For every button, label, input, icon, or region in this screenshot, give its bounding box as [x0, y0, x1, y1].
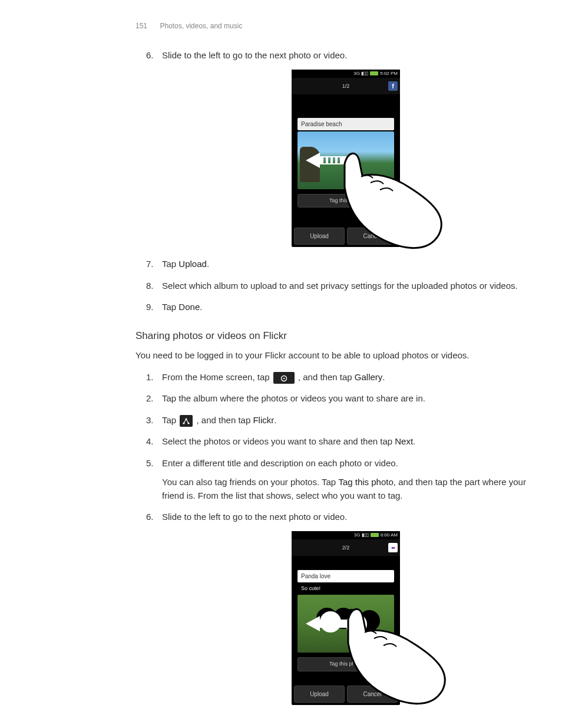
section-heading: Sharing photos or videos on Flickr — [135, 328, 530, 344]
figure-1: 3G ▮▯▯5:02 PM 1/2 f Paradise beach Tag t… — [162, 70, 530, 248]
swipe-arrow-icon — [306, 616, 347, 631]
step-2b: 2. Tap the album where the photos or vid… — [135, 392, 530, 406]
steps-flickr: 1. From the Home screen, tap , and then … — [135, 371, 530, 705]
step-5b-sub: You can also tag friends on your photos.… — [162, 476, 530, 502]
status-bar: 3G ▮▯▯8:00 AM — [292, 531, 400, 539]
step-7a: 7. Tap Upload. — [135, 258, 530, 271]
caption-input[interactable]: Panda love — [297, 570, 394, 582]
title-bar: 2/2 — [292, 539, 400, 556]
caption-input[interactable]: Paradise beach — [297, 118, 394, 130]
facebook-icon: f — [388, 81, 398, 91]
cancel-button[interactable]: Cancel — [347, 686, 398, 703]
flickr-icon — [388, 543, 398, 552]
page-header: 151 Photos, videos, and music — [32, 21, 530, 31]
step-9a: 9. Tap Done. — [135, 301, 530, 314]
step-3b: 3. Tap , and then tap Flickr. — [135, 414, 530, 427]
description-input[interactable]: So cute! — [297, 584, 394, 594]
steps-continue: 6. Slide to the left to go to the next p… — [135, 49, 530, 314]
step-6b: 6. Slide to the left to go to the next p… — [135, 510, 530, 705]
step-4b: 4. Select the photos or videos you want … — [135, 435, 530, 449]
title-bar: 1/2 f — [292, 78, 400, 94]
upload-button[interactable]: Upload — [294, 686, 345, 703]
step-1b: 1. From the Home screen, tap , and then … — [135, 371, 530, 384]
apps-launcher-icon — [273, 372, 295, 384]
chapter-title: Photos, videos, and music — [160, 22, 242, 30]
step-5b: 5. Enter a different title and descripti… — [135, 457, 530, 503]
upload-button[interactable]: Upload — [294, 228, 345, 245]
section-intro: You need to be logged in to your Flickr … — [135, 349, 530, 363]
svg-point-1 — [283, 377, 285, 378]
page-number: 151 — [135, 22, 147, 30]
share-icon — [180, 415, 193, 427]
cancel-button[interactable]: Cancel — [347, 228, 398, 245]
swipe-arrow-icon — [306, 153, 347, 168]
tag-photo-button[interactable]: Tag this photo — [297, 194, 394, 208]
step-6a: 6. Slide to the left to go to the next p… — [135, 49, 530, 247]
tag-photo-button[interactable]: Tag this photo — [297, 657, 394, 671]
phone-mockup-flickr: 3G ▮▯▯8:00 AM 2/2 Panda love So cute! Ta… — [292, 531, 400, 705]
step-8a: 8. Select which album to upload to and s… — [135, 279, 530, 293]
photo-preview[interactable] — [297, 595, 394, 653]
figure-2: 3G ▮▯▯8:00 AM 2/2 Panda love So cute! Ta… — [162, 531, 530, 705]
photo-preview[interactable] — [297, 131, 394, 189]
status-bar: 3G ▮▯▯5:02 PM — [292, 70, 400, 78]
phone-mockup-facebook: 3G ▮▯▯5:02 PM 1/2 f Paradise beach Tag t… — [292, 70, 400, 248]
